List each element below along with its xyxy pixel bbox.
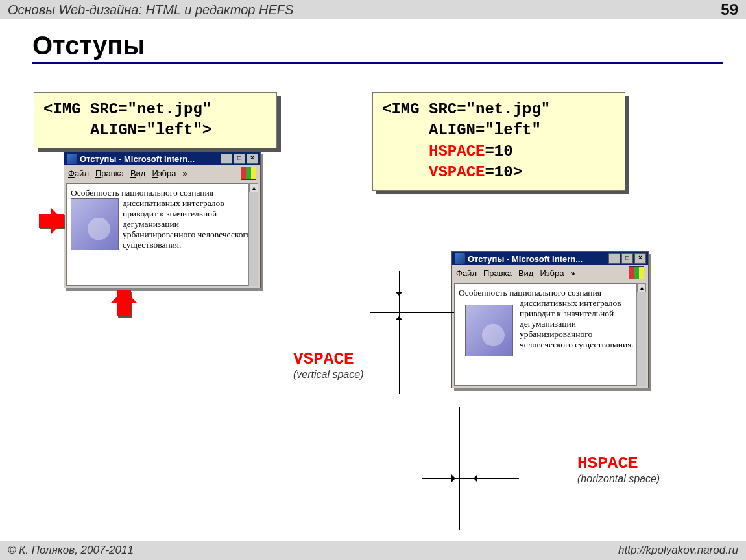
- menubar: Файл Правка Вид Избра »: [452, 265, 648, 281]
- menu-more[interactable]: »: [183, 169, 187, 178]
- arrowhead-icon: [451, 474, 459, 482]
- ie-icon: [67, 154, 77, 164]
- window-title: Отступы - Microsoft Intern...: [468, 254, 583, 264]
- menu-favorites[interactable]: Избра: [152, 169, 176, 178]
- menu-view[interactable]: Вид: [130, 169, 146, 178]
- hspace-label: HSPACE (horizontal space): [577, 454, 660, 485]
- maximize-button[interactable]: □: [234, 154, 245, 164]
- code-example-left: <IMG SRC="net.jpg" ALIGN="left">: [34, 92, 277, 148]
- arrow-left-icon: [39, 214, 64, 228]
- menu-file[interactable]: Файл: [456, 268, 477, 278]
- titlebar: Отступы - Microsoft Intern... _ □ ×: [64, 152, 260, 165]
- menu-view[interactable]: Вид: [518, 268, 534, 278]
- vspace-label: VSPACE (vertical space): [293, 349, 363, 380]
- code-example-right: <IMG SRC="net.jpg" ALIGN="left" HSPACE=1…: [372, 92, 625, 191]
- arrowhead-icon: [395, 292, 403, 299]
- menu-file[interactable]: Файл: [68, 169, 89, 178]
- close-button[interactable]: ×: [634, 253, 646, 264]
- arrowhead-icon: [395, 312, 403, 320]
- header-title: Основы Web-дизайна: HTML и редактор HEFS: [8, 3, 293, 18]
- page-number: 59: [721, 1, 738, 19]
- footer-bar: © К. Поляков, 2007-2011 http://kpolyakov…: [0, 541, 746, 560]
- embedded-image: [71, 198, 119, 250]
- dim-line: [459, 407, 460, 530]
- browser-window-right: Отступы - Microsoft Intern... _ □ × Файл…: [451, 251, 649, 388]
- ie-icon: [455, 253, 465, 264]
- title-underline: [32, 62, 723, 64]
- throbber-icon: [629, 266, 644, 279]
- viewport: Особенность национального сознания дисси…: [454, 283, 646, 386]
- menu-more[interactable]: »: [571, 268, 575, 278]
- viewport: Особенность национального сознания дисси…: [66, 183, 258, 286]
- arrow-up-icon: [117, 290, 131, 316]
- menu-edit[interactable]: Правка: [95, 169, 124, 178]
- dim-line: [370, 301, 454, 301]
- footer-left: © К. Поляков, 2007-2011: [8, 544, 134, 557]
- menu-edit[interactable]: Правка: [483, 268, 512, 278]
- menubar: Файл Правка Вид Избра »: [64, 165, 260, 181]
- slide-title: Отступы: [32, 31, 746, 60]
- throbber-icon: [241, 167, 256, 180]
- minimize-button[interactable]: _: [221, 154, 232, 164]
- browser-window-left: Отступы - Microsoft Intern... _ □ × Файл…: [64, 152, 261, 288]
- arrowhead-icon: [470, 474, 477, 482]
- scrollbar[interactable]: [636, 283, 646, 386]
- maximize-button[interactable]: □: [621, 253, 633, 264]
- dim-line: [370, 312, 454, 313]
- header-bar: Основы Web-дизайна: HTML и редактор HEFS…: [0, 0, 746, 19]
- footer-right: http://kpolyakov.narod.ru: [618, 544, 738, 557]
- close-button[interactable]: ×: [247, 154, 258, 164]
- minimize-button[interactable]: _: [608, 253, 620, 264]
- dim-line: [470, 407, 470, 530]
- menu-favorites[interactable]: Избра: [540, 268, 564, 278]
- dim-line: [399, 271, 400, 394]
- embedded-image: [465, 305, 513, 356]
- window-title: Отступы - Microsoft Intern...: [80, 154, 195, 164]
- titlebar: Отступы - Microsoft Intern... _ □ ×: [452, 252, 648, 265]
- scrollbar[interactable]: [248, 183, 258, 286]
